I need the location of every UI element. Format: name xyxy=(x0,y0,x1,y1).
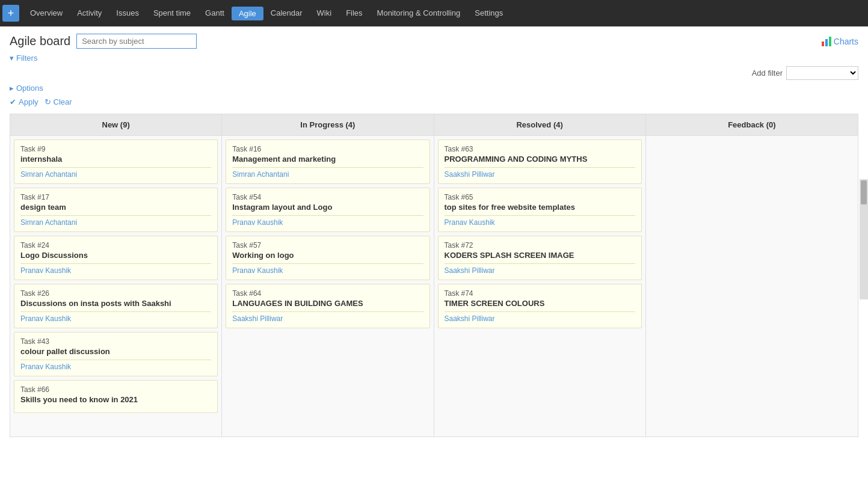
task-divider xyxy=(232,167,423,168)
task-title: Skills you need to know in 2021 xyxy=(20,395,211,404)
task-title: Discussions on insta posts with Saakshi xyxy=(20,299,211,308)
task-number: Task #16 xyxy=(232,145,423,153)
task-assignee: Pranav Kaushik xyxy=(20,363,211,371)
content-area: Agile board Charts ▾ Filters Add filter … xyxy=(0,26,868,444)
task-assignee: Saakshi Pilliwar xyxy=(232,314,423,323)
apply-button[interactable]: ✔ Apply xyxy=(10,97,38,106)
task-assignee: Pranav Kaushik xyxy=(20,314,211,323)
task-assignee: Pranav Kaushik xyxy=(232,266,423,275)
task-number: Task #26 xyxy=(20,289,211,298)
task-card[interactable]: Task #9internshalaSimran Achantani xyxy=(14,139,218,184)
task-title: PROGRAMMING AND CODING MYTHS xyxy=(445,155,635,164)
kanban-column-1: In Progress (4)Task #16Management and ma… xyxy=(222,114,434,437)
nav-spent-time[interactable]: Spent time xyxy=(146,0,198,26)
task-divider xyxy=(232,263,423,264)
plus-button[interactable]: + xyxy=(2,5,19,22)
scroll-thumb xyxy=(861,180,867,204)
task-number: Task #17 xyxy=(20,193,211,201)
task-assignee: Saakshi Pilliwar xyxy=(445,170,635,179)
top-navigation: + Overview Activity Issues Spent time Ga… xyxy=(0,0,868,26)
filters-section: ▾ Filters Add filter xyxy=(10,54,858,80)
action-row: ✔ Apply ↻ Clear xyxy=(10,97,858,106)
task-card[interactable]: Task #16Management and marketingSimran A… xyxy=(226,139,429,184)
task-title: internshala xyxy=(20,155,211,164)
nav-activity[interactable]: Activity xyxy=(70,0,109,26)
task-assignee: Saakshi Pilliwar xyxy=(445,266,635,275)
task-card[interactable]: Task #57Working on logoPranav Kaushik xyxy=(226,236,429,280)
clear-button[interactable]: ↻ Clear xyxy=(45,97,72,106)
checkmark-icon: ✔ xyxy=(10,97,16,106)
charts-label: Charts xyxy=(834,37,858,46)
task-card[interactable]: Task #74TIMER SCREEN COLOURSSaakshi Pill… xyxy=(438,284,642,328)
col-body-1: Task #16Management and marketingSimran A… xyxy=(222,136,433,437)
task-divider xyxy=(445,311,635,312)
task-divider xyxy=(232,311,423,312)
nav-gantt[interactable]: Gantt xyxy=(198,0,232,26)
page-title: Agile board xyxy=(10,34,70,48)
task-title: LANGUAGES IN BUILDING GAMES xyxy=(232,299,423,308)
task-divider xyxy=(20,167,211,168)
task-assignee: Pranav Kaushik xyxy=(232,218,423,227)
task-card[interactable]: Task #66Skills you need to know in 2021 xyxy=(14,380,218,413)
task-number: Task #57 xyxy=(232,241,423,250)
task-card[interactable]: Task #17design teamSimran Achantani xyxy=(14,188,218,232)
task-divider xyxy=(20,360,211,360)
task-card[interactable]: Task #63PROGRAMMING AND CODING MYTHSSaak… xyxy=(438,139,642,184)
task-divider xyxy=(20,263,211,264)
task-divider xyxy=(232,215,423,216)
nav-files[interactable]: Files xyxy=(339,0,369,26)
nav-overview[interactable]: Overview xyxy=(23,0,70,26)
task-number: Task #63 xyxy=(445,145,635,153)
task-card[interactable]: Task #43colour pallet discussionPranav K… xyxy=(14,332,218,376)
task-number: Task #65 xyxy=(445,193,635,201)
scroll-indicator[interactable] xyxy=(860,179,868,299)
task-card[interactable]: Task #65top sites for free website templ… xyxy=(438,188,642,232)
apply-label: Apply xyxy=(19,97,38,106)
task-divider xyxy=(445,167,635,168)
task-title: Working on logo xyxy=(232,251,423,260)
task-card[interactable]: Task #54Instagram layout and LogoPranav … xyxy=(226,188,429,232)
task-card[interactable]: Task #64LANGUAGES IN BUILDING GAMESSaaks… xyxy=(226,284,429,328)
kanban-column-3: Feedback (0) xyxy=(646,114,858,437)
task-divider xyxy=(445,263,635,264)
task-title: Instagram layout and Logo xyxy=(232,203,423,212)
task-title: colour pallet discussion xyxy=(20,347,211,356)
task-card[interactable]: Task #26Discussions on insta posts with … xyxy=(14,284,218,328)
task-card[interactable]: Task #24Logo DiscussionsPranav Kaushik xyxy=(14,236,218,280)
search-input[interactable] xyxy=(76,34,197,49)
task-divider xyxy=(20,311,211,312)
task-number: Task #43 xyxy=(20,337,211,346)
options-toggle[interactable]: ▸ Options xyxy=(10,84,858,93)
task-assignee: Simran Achantani xyxy=(20,218,211,227)
task-number: Task #54 xyxy=(232,193,423,201)
charts-button[interactable]: Charts xyxy=(822,37,858,46)
kanban-column-2: Resolved (4)Task #63PROGRAMMING AND CODI… xyxy=(434,114,646,437)
filters-toggle[interactable]: ▾ Filters xyxy=(10,54,858,63)
task-title: design team xyxy=(20,203,211,212)
task-title: Logo Discussions xyxy=(20,251,211,260)
add-filter-label: Add filter xyxy=(752,69,783,78)
task-assignee: Simran Achantani xyxy=(232,170,423,179)
task-assignee: Saakshi Pilliwar xyxy=(445,314,635,323)
col-header-3: Feedback (0) xyxy=(646,114,858,136)
kanban-board: New (9)Task #9internshalaSimran Achantan… xyxy=(10,114,858,437)
nav-agile[interactable]: Agile xyxy=(232,7,263,20)
kanban-column-0: New (9)Task #9internshalaSimran Achantan… xyxy=(10,114,222,437)
task-divider xyxy=(445,215,635,216)
add-filter-select[interactable] xyxy=(786,66,858,80)
task-number: Task #24 xyxy=(20,241,211,250)
task-assignee: Pranav Kaushik xyxy=(445,218,635,227)
col-body-3 xyxy=(646,136,858,437)
task-number: Task #66 xyxy=(20,385,211,394)
nav-issues[interactable]: Issues xyxy=(109,0,146,26)
task-title: top sites for free website templates xyxy=(445,203,635,212)
nav-settings[interactable]: Settings xyxy=(467,0,510,26)
nav-monitoring[interactable]: Monitoring & Controlling xyxy=(370,0,468,26)
task-card[interactable]: Task #72KODERS SPLASH SCREEN IMAGESaaksh… xyxy=(438,236,642,280)
task-number: Task #72 xyxy=(445,241,635,250)
charts-icon xyxy=(822,37,831,46)
nav-wiki[interactable]: Wiki xyxy=(310,0,339,26)
nav-calendar[interactable]: Calendar xyxy=(263,0,310,26)
task-assignee: Simran Achantani xyxy=(20,170,211,179)
options-label: Options xyxy=(16,84,43,93)
